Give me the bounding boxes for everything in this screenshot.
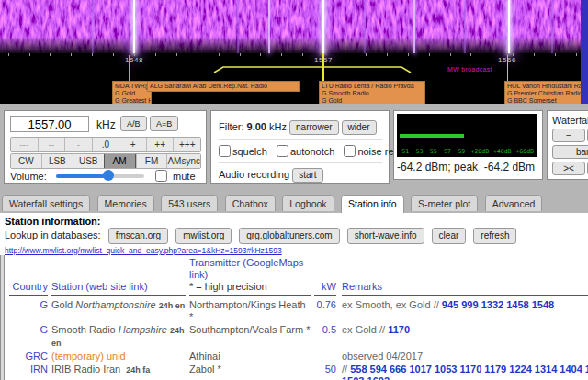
volume-fill xyxy=(56,174,105,178)
step-round-button[interactable]: .0 xyxy=(92,138,119,151)
recording-start-button[interactable]: start xyxy=(292,168,322,183)
zoom-fit-button[interactable]: >< xyxy=(552,162,585,175)
volume-slider[interactable] xyxy=(56,170,144,182)
signal-line xyxy=(268,0,270,53)
signal-line-1548 xyxy=(133,0,135,53)
mode-amsync-button[interactable]: AMsync xyxy=(166,154,200,168)
tab-chatbox[interactable]: Chatbox xyxy=(225,195,276,211)
tab-memories[interactable]: Memories xyxy=(97,195,154,211)
table-header-row: Country Station (web site link) Transmit… xyxy=(0,257,588,296)
waterfall-display[interactable]: 1548 1557 1566 MW broadcast MDA TWR(1 G … xyxy=(0,0,581,104)
mode-cw-button[interactable]: CW xyxy=(11,154,41,168)
tuning-indicator xyxy=(322,53,324,81)
fmscan-button[interactable]: fmscan.org xyxy=(108,228,168,244)
volume-thumb[interactable] xyxy=(103,170,114,181)
filter-panel: Filter: 9.00 kHz narrower wider squelch … xyxy=(210,110,390,184)
signal-line xyxy=(464,0,466,53)
noise-reduction-checkbox[interactable] xyxy=(344,145,356,157)
frequency-scale[interactable]: 1548 1557 1566 xyxy=(0,53,581,66)
tab-users[interactable]: 543 users xyxy=(161,195,218,211)
signal-line-1557 xyxy=(322,0,324,53)
transmitter-link[interactable]: Southampton/Veals Farm * xyxy=(189,324,311,336)
tab-advanced[interactable]: Advanced xyxy=(485,195,543,211)
header-remarks: Remarks xyxy=(342,281,588,296)
transmitter-link[interactable]: Athinai xyxy=(189,351,311,363)
table-row: GRC (temporary) unid Athinai observed 04… xyxy=(0,351,588,363)
filter-value: 9.00 xyxy=(247,121,266,132)
signal-strength-reading: -64.2 dBm; peak -64.2 dBm xyxy=(397,161,535,173)
mode-buttons: CW LSB USB AM FM AMsync xyxy=(10,153,201,169)
mwlist-button[interactable]: mwlist.org xyxy=(175,228,232,244)
label-connector xyxy=(141,55,141,81)
signal-line xyxy=(92,0,94,53)
mode-fm-button[interactable]: FM xyxy=(136,154,167,168)
squelch-checkbox[interactable] xyxy=(219,145,231,157)
signal-line xyxy=(551,0,553,53)
step-down-large-button[interactable]: --- xyxy=(11,138,38,151)
step-up-large-button[interactable]: +++ xyxy=(173,138,200,151)
transmitter-link[interactable]: Northampton/Kings Heath * xyxy=(189,299,311,323)
header-transmitter: Transmitter (GoogleMaps link) * = high p… xyxy=(189,257,311,296)
smeter-display: S1 S3 S5 S7 S9 +20dB +40dB +60dB xyxy=(397,114,537,157)
tab-smeter-plot[interactable]: S-meter plot xyxy=(411,195,478,211)
station-unid: (temporary) unid xyxy=(51,351,186,363)
volume-row: Volume: mute xyxy=(10,170,199,183)
frequency-step-buttons: --- -- - .0 + ++ +++ xyxy=(10,137,201,152)
waterfall-zoom-title: Waterfall zoom xyxy=(552,115,588,126)
station-label-ltu[interactable]: LTU Radio Lenta / Radio Pravda G Smooth … xyxy=(319,81,425,104)
audio-recording-label: Audio recording xyxy=(219,169,289,180)
filter-label: Filter: xyxy=(219,121,244,132)
globaltuners-button[interactable]: qrg.globaltuners.com xyxy=(239,228,339,244)
step-down-small-button[interactable]: - xyxy=(64,138,92,151)
table-row: IRN IRIB Radio Iran 24h fa Zabol * 50 //… xyxy=(0,363,588,380)
mode-usb-button[interactable]: USB xyxy=(73,154,104,168)
waterfall-fade xyxy=(0,37,581,53)
mode-lsb-button[interactable]: LSB xyxy=(41,154,73,168)
header-country: Country xyxy=(9,281,48,296)
narrower-button[interactable]: narrower xyxy=(289,120,338,135)
station-label-mda[interactable]: MDA TWR(1 G Gold G Greatest H xyxy=(112,81,152,104)
transmitter-link[interactable]: Zabol * xyxy=(189,363,311,375)
smeter-bar xyxy=(400,134,464,138)
mw-band-line xyxy=(0,73,581,73)
station-table: Country Station (web site link) Transmit… xyxy=(0,257,588,380)
step-up-small-button[interactable]: + xyxy=(119,138,146,151)
signal-line-1566 xyxy=(508,0,510,53)
mode-am-button[interactable]: AM xyxy=(104,153,136,169)
step-up-medium-button[interactable]: ++ xyxy=(146,138,174,151)
signal-line xyxy=(237,0,239,53)
signal-line xyxy=(413,0,415,53)
header-station: Station (web site link) xyxy=(51,281,186,296)
tab-waterfall-settings[interactable]: Waterfall settings xyxy=(2,195,90,211)
station-link[interactable]: Smooth Radio Hampshire24h en xyxy=(51,324,186,350)
table-row: G Smooth Radio Hampshire24h en Southampt… xyxy=(0,324,588,350)
tab-logbook[interactable]: Logbook xyxy=(282,195,334,211)
frequency-input[interactable] xyxy=(10,116,89,132)
lookup-label: Lookup in databases: xyxy=(5,229,101,240)
wider-button[interactable]: wider xyxy=(342,120,377,135)
zoom-band-button[interactable]: band xyxy=(552,145,588,159)
label-connector xyxy=(129,55,130,81)
clear-button[interactable]: clear xyxy=(432,228,467,244)
autonotch-checkbox[interactable] xyxy=(277,145,288,157)
autonotch-label: autonotch xyxy=(290,146,334,157)
mute-checkbox[interactable] xyxy=(155,170,167,182)
ab-copy-button[interactable]: A=B xyxy=(150,116,178,131)
tab-bar: Waterfall settings Memories 543 users Ch… xyxy=(0,192,588,214)
station-label-alg[interactable]: ALG Saharawi Arab Dem.Rep.Nat. Radio xyxy=(147,81,300,92)
station-link[interactable]: IRIB Radio Iran 24h fa xyxy=(51,363,186,376)
mwlist-link[interactable]: http://www.mwlist.org/mwlist_quick_and_e… xyxy=(5,246,282,255)
tab-station-info[interactable]: Station info xyxy=(341,195,404,213)
ab-swap-button[interactable]: A/B xyxy=(120,116,147,131)
station-link[interactable]: Gold Northamptonshire24h en xyxy=(51,299,186,312)
mute-label: mute xyxy=(173,171,195,182)
table-row: G Gold Northamptonshire24h en Northampto… xyxy=(0,299,588,323)
squelch-label: squelch xyxy=(232,146,267,157)
refresh-button[interactable]: refresh xyxy=(473,228,516,244)
zoom-out-button[interactable]: − xyxy=(552,129,585,142)
smeter-panel: S1 S3 S5 S7 S9 +20dB +40dB +60dB -64.2 d… xyxy=(393,110,543,180)
station-label-hol[interactable]: HOL Vahon Hindustani Radio G Premier Chr… xyxy=(504,81,581,104)
short-wave-info-button[interactable]: short-wave.info xyxy=(347,228,424,244)
step-down-medium-button[interactable]: -- xyxy=(38,138,65,151)
signal-line xyxy=(364,0,366,53)
